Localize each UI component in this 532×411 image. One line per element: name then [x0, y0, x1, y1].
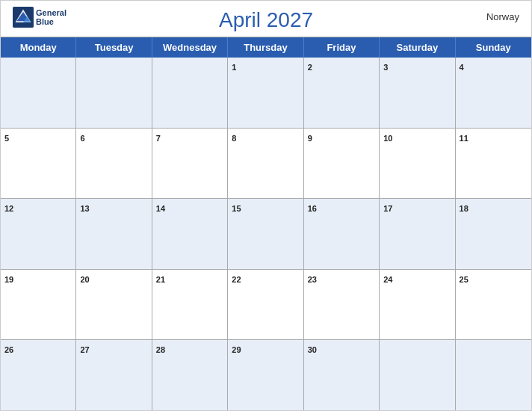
day-number: 21 — [156, 275, 165, 284]
day-number: 26 — [4, 345, 13, 354]
day-cell: 28 — [152, 340, 228, 410]
day-cell: 1 — [228, 58, 303, 128]
day-cell: 24 — [380, 270, 455, 340]
day-header-saturday: Saturday — [380, 37, 455, 58]
day-number: 7 — [156, 134, 161, 143]
day-number: 29 — [232, 345, 241, 354]
day-cell: 12 — [1, 199, 76, 269]
day-number: 12 — [4, 204, 13, 213]
day-cell — [76, 58, 152, 128]
calendar-title: April 2027 — [219, 8, 313, 32]
day-number: 22 — [232, 275, 241, 284]
day-number: 24 — [383, 275, 392, 284]
day-cell — [1, 58, 76, 128]
day-number: 4 — [460, 63, 464, 72]
day-cell: 3 — [380, 58, 455, 128]
day-number: 25 — [460, 275, 468, 284]
week-row: 19202122232425 — [1, 270, 531, 341]
day-number: 16 — [308, 204, 317, 213]
day-cell: 14 — [152, 199, 228, 269]
day-number: 28 — [156, 345, 165, 354]
logo-icon — [13, 7, 34, 28]
week-row: 2627282930 — [1, 340, 531, 410]
day-cell: 29 — [228, 340, 303, 410]
day-cell — [380, 340, 455, 410]
logo: General Blue — [13, 7, 66, 28]
day-number: 15 — [232, 204, 241, 213]
day-number: 14 — [156, 204, 165, 213]
day-cell: 7 — [152, 129, 228, 199]
day-cell: 26 — [1, 340, 76, 410]
logo-line2: Blue — [36, 17, 66, 26]
day-cell: 30 — [304, 340, 380, 410]
day-cell: 22 — [228, 270, 303, 340]
day-headers-row: MondayTuesdayWednesdayThursdayFridaySatu… — [1, 37, 531, 58]
day-cell: 4 — [456, 58, 531, 128]
day-cell — [456, 340, 531, 410]
day-cell: 15 — [228, 199, 303, 269]
week-row: 1234 — [1, 58, 531, 129]
calendar-header: General Blue April 2027 Norway — [1, 1, 531, 37]
day-header-friday: Friday — [304, 37, 380, 58]
week-row: 567891011 — [1, 129, 531, 200]
day-header-monday: Monday — [1, 37, 76, 58]
day-number: 20 — [80, 275, 89, 284]
day-cell: 16 — [304, 199, 380, 269]
day-header-tuesday: Tuesday — [76, 37, 152, 58]
day-cell: 6 — [76, 129, 152, 199]
day-number: 23 — [308, 275, 317, 284]
day-header-thursday: Thursday — [228, 37, 303, 58]
day-cell: 18 — [456, 199, 531, 269]
day-number: 6 — [80, 134, 84, 143]
day-number: 1 — [232, 63, 236, 72]
day-header-sunday: Sunday — [456, 37, 531, 58]
logo-line1: General — [36, 8, 66, 17]
day-cell: 27 — [76, 340, 152, 410]
day-cell: 9 — [304, 129, 380, 199]
day-cell: 5 — [1, 129, 76, 199]
day-cell: 20 — [76, 270, 152, 340]
day-cell: 21 — [152, 270, 228, 340]
day-number: 13 — [80, 204, 89, 213]
day-number: 3 — [383, 63, 388, 72]
day-cell: 17 — [380, 199, 455, 269]
day-cell: 2 — [304, 58, 380, 128]
day-number: 19 — [4, 275, 13, 284]
week-row: 12131415161718 — [1, 199, 531, 270]
day-cell: 8 — [228, 129, 303, 199]
calendar-container: General Blue April 2027 Norway MondayTue… — [0, 0, 532, 411]
day-cell: 10 — [380, 129, 455, 199]
day-header-wednesday: Wednesday — [152, 37, 228, 58]
day-cell: 13 — [76, 199, 152, 269]
day-cell: 11 — [456, 129, 531, 199]
day-number: 5 — [4, 134, 9, 143]
day-number: 9 — [308, 134, 312, 143]
day-cell: 23 — [304, 270, 380, 340]
day-number: 11 — [460, 134, 468, 143]
day-number: 30 — [308, 345, 317, 354]
day-number: 27 — [80, 345, 89, 354]
country-label: Norway — [486, 11, 519, 22]
weeks-container: 1234567891011121314151617181920212223242… — [1, 58, 531, 410]
calendar-grid: MondayTuesdayWednesdayThursdayFridaySatu… — [1, 37, 531, 410]
day-cell — [152, 58, 228, 128]
day-number: 10 — [383, 134, 392, 143]
day-number: 18 — [460, 204, 468, 213]
day-cell: 25 — [456, 270, 531, 340]
day-number: 17 — [383, 204, 392, 213]
day-number: 2 — [308, 63, 312, 72]
logo-text-block: General Blue — [36, 8, 66, 26]
day-cell: 19 — [1, 270, 76, 340]
day-number: 8 — [232, 134, 236, 143]
